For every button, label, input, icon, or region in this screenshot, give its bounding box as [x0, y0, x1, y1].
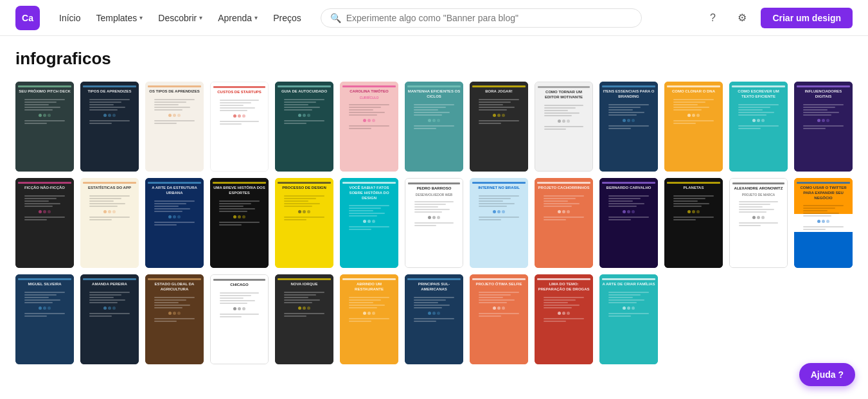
- template-card[interactable]: CUSTOS DE STARTUPS: [210, 82, 269, 172]
- template-card[interactable]: MANTENHA EFICIENTES OS CICLOS: [405, 82, 463, 172]
- template-card[interactable]: ESTADO GLOBAL DA AGRICULTURA: [145, 274, 204, 364]
- template-card[interactable]: MIGUEL SILVEIRA: [15, 274, 74, 364]
- template-card[interactable]: PROJETO ÓTIMA SELFIE: [470, 274, 528, 364]
- help-icon-button[interactable]: ?: [702, 7, 723, 29]
- template-card[interactable]: CHICAGO: [210, 274, 269, 364]
- header-actions: ? ⚙ Criar um design: [702, 7, 853, 29]
- template-card[interactable]: INTERNET NO BRASIL: [470, 178, 528, 268]
- template-card[interactable]: GUIA DE AUTOCUIDADO: [275, 82, 333, 172]
- template-card[interactable]: PROCESSO DE DESIGN: [275, 178, 333, 268]
- help-button[interactable]: Ajuda ?: [799, 363, 855, 386]
- page-title: infograficos: [15, 49, 853, 69]
- search-icon: 🔍: [330, 13, 341, 23]
- template-card[interactable]: ABRINDO UM RESTAURANTE: [340, 274, 398, 364]
- template-card[interactable]: A ARTE DE CRIAR FAMÍLIAS: [599, 274, 658, 364]
- nav-precos[interactable]: Preços: [267, 9, 308, 27]
- main-content: infograficos SEU PRÓXIMO PITCH DECK: [0, 36, 868, 390]
- template-card[interactable]: A ARTE DA ESTRUTURA URBANA: [145, 178, 204, 268]
- template-card[interactable]: PLANETAS: [664, 178, 723, 268]
- template-card[interactable]: ITENS ESSENCIAIS PARA O BRANDING: [599, 82, 658, 172]
- template-card[interactable]: NOVA IORQUE: [275, 274, 333, 364]
- template-card[interactable]: FICÇÃO NÃO-FICÇÃO: [15, 178, 74, 268]
- create-design-button[interactable]: Criar um design: [761, 8, 853, 28]
- template-card[interactable]: COMO TORNAR UM EDITOR MOTIVANTE: [535, 82, 593, 172]
- chevron-down-icon: ▾: [254, 14, 258, 21]
- template-card[interactable]: BORA JOGAR!: [470, 82, 528, 172]
- template-card[interactable]: UMA BREVE HISTÓRIA DOS ESPORTES: [210, 178, 269, 268]
- nav-aprenda[interactable]: Aprenda ▾: [211, 9, 264, 27]
- template-card[interactable]: CAROLINA TIMÓTEO CURRÍCULO: [340, 82, 398, 172]
- template-card[interactable]: ALEXANDRE ARONOWITZ PROJETO DE MARCA: [729, 178, 788, 268]
- nav-descobrir[interactable]: Descobrir ▾: [152, 9, 209, 27]
- template-card[interactable]: COMO USAR O TWITTER PARA EXPANDIR SEU NE…: [794, 178, 853, 268]
- template-card[interactable]: PRINCIPAIS SUL-AMERICANAS: [405, 274, 463, 364]
- template-card[interactable]: BERNARDO CARVALHO: [599, 178, 658, 268]
- settings-icon-button[interactable]: ⚙: [731, 7, 753, 29]
- chevron-down-icon: ▾: [199, 14, 202, 21]
- canva-logo[interactable]: Ca: [15, 6, 40, 30]
- template-card[interactable]: VOCÊ SABIA? FATOS SOBRE HISTÓRIA DO DESI…: [340, 178, 398, 268]
- template-card[interactable]: COMO CLONAR O DNA: [664, 82, 723, 172]
- template-card[interactable]: ESTATÍSTICAS DO APP: [80, 178, 139, 268]
- content-scroll[interactable]: SEU PRÓXIMO PITCH DECK TIPOS DE APR: [15, 82, 853, 364]
- main-header: Ca Início Templates ▾ Descobrir ▾ Aprend…: [0, 0, 868, 36]
- search-bar: 🔍: [321, 8, 642, 28]
- template-card[interactable]: PROJETO CACHORRINHOS: [535, 178, 593, 268]
- template-card[interactable]: AMANDA PEREIRA: [80, 274, 139, 364]
- main-nav: Início Templates ▾ Descobrir ▾ Aprenda ▾…: [53, 9, 308, 27]
- nav-inicio[interactable]: Início: [53, 9, 87, 27]
- template-card[interactable]: INFLUENCIADORES DIGITAIS: [794, 82, 853, 172]
- search-input[interactable]: [346, 13, 632, 23]
- template-card[interactable]: SEU PRÓXIMO PITCH DECK: [15, 82, 74, 172]
- template-card[interactable]: OS TIPOS DE APRENDIZES: [145, 82, 204, 172]
- nav-templates[interactable]: Templates ▾: [89, 9, 149, 27]
- template-card[interactable]: COMO ESCREVER UM TEXTO EFICIENTE: [729, 82, 788, 172]
- template-card[interactable]: PEDRO BARROSO DESENVOLVEDOR WEB: [405, 178, 463, 268]
- chevron-down-icon: ▾: [139, 14, 143, 21]
- template-card[interactable]: TIPOS DE APRENDIZES: [80, 82, 139, 172]
- template-grid: SEU PRÓXIMO PITCH DECK TIPOS DE APR: [15, 82, 853, 364]
- template-card[interactable]: LIMA DO TEMO: PREPARAÇÃO DE DROGAS: [535, 274, 593, 364]
